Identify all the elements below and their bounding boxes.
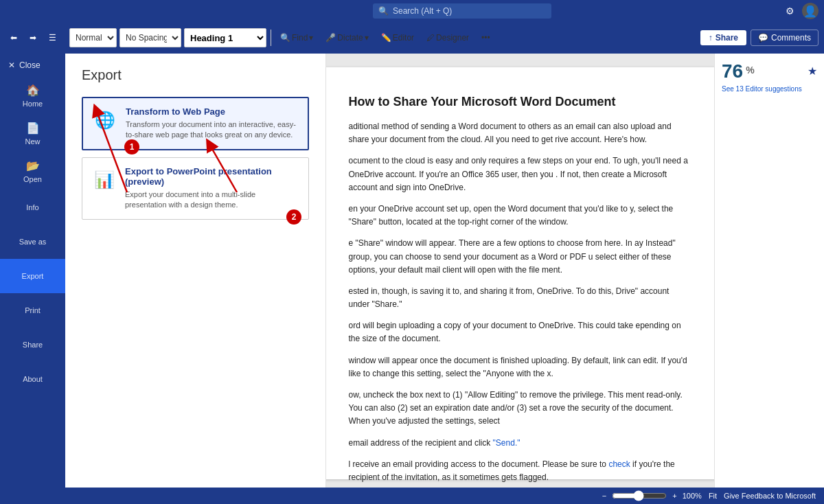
export-title: Export [82, 67, 309, 83]
doc-para-9: l receive an email providing access to t… [349, 458, 692, 484]
sidebar-item-share[interactable]: Share [0, 328, 65, 362]
find-button[interactable]: 🔍 Find ▾ [275, 28, 318, 47]
badge-1: 1 [124, 139, 139, 154]
export-option-powerpoint[interactable]: 📊 Export to PowerPoint presentation (pre… [82, 157, 309, 220]
sidebar-item-home[interactable]: 🏠 Home [0, 77, 65, 115]
sidebar-item-print[interactable]: Print [0, 293, 65, 328]
editor-star-icon: ★ [808, 65, 817, 78]
title-bar: 🔍 Search (Alt + Q) ⚙ 👤 [0, 0, 824, 22]
search-bar[interactable]: 🔍 Search (Alt + Q) [373, 3, 551, 19]
bottom-bar: − + 100% Fit Give Feedback to Microsoft [0, 488, 824, 504]
doc-para-8: email address of the recipient and click… [349, 437, 692, 450]
close-button[interactable]: ✕ Close [0, 54, 65, 77]
ribbon: ⬅ ➡ ☰ Normal No Spacing Heading 1 🔍 Find… [0, 22, 824, 54]
powerpoint-title: Export to PowerPoint presentation (previ… [125, 166, 299, 187]
doc-para-6: window will appear once the document is … [349, 354, 692, 380]
sidebar-item-open[interactable]: 📂 Open [0, 152, 65, 190]
sidebar-item-save-as[interactable]: Save as [0, 225, 65, 259]
new-icon: 📄 [26, 122, 40, 135]
outdent-button[interactable]: ⬅ [5, 28, 22, 47]
share-button[interactable]: ↑ Share [700, 30, 746, 45]
doc-para-1: ocument to the cloud is easy and only re… [349, 154, 692, 194]
sidebar-item-new[interactable]: 📄 New [0, 115, 65, 152]
open-icon: 📂 [26, 159, 40, 172]
editor-score: 76% [722, 60, 755, 82]
indent-button[interactable]: ➡ [25, 28, 41, 47]
more-button[interactable]: ••• [477, 28, 495, 47]
designer-button[interactable]: 🖊 Designer [422, 28, 474, 47]
doc-para-0: aditional method of sending a Word docum… [349, 120, 692, 146]
document-viewer: How to Share Your Microsoft Word Documen… [326, 54, 714, 488]
fit-label[interactable]: Fit [709, 492, 717, 500]
profile-icon[interactable]: 👤 [802, 3, 819, 19]
sidebar-item-about[interactable]: About [0, 362, 65, 396]
editor-panel: 76% ★ See 13 Editor suggestions [714, 54, 824, 488]
zoom-plus-icon[interactable]: + [670, 492, 679, 500]
heading-select[interactable]: Heading 1 [184, 28, 266, 47]
web-page-title: Transform to Web Page [126, 106, 298, 117]
web-page-icon: 🌐 [93, 108, 117, 133]
zoom-value: 100% [683, 492, 702, 500]
comments-button[interactable]: 💬 Comments [751, 30, 819, 46]
document-page: How to Share Your Microsoft Word Documen… [326, 67, 714, 479]
export-panel: Export 🌐 Transform to Web Page Transform… [65, 54, 326, 488]
editor-suggestions-link[interactable]: See 13 Editor suggestions [722, 85, 817, 93]
doc-para-2: en your OneDrive account set up, open th… [349, 203, 692, 229]
powerpoint-icon: 📊 [92, 168, 117, 192]
sidebar: ✕ Close 🏠 Home 📄 New 📂 Open Info Save as [0, 54, 65, 488]
home-icon: 🏠 [26, 84, 40, 97]
zoom-control[interactable]: − + 100% [599, 490, 702, 501]
dictate-button[interactable]: 🎤 Dictate ▾ [321, 28, 373, 47]
powerpoint-description: Export your document into a multi-slide … [125, 190, 299, 211]
settings-icon[interactable]: ⚙ [781, 3, 798, 19]
search-placeholder: Search (Alt + Q) [393, 6, 452, 16]
list-button[interactable]: ☰ [44, 28, 61, 47]
spacing-select[interactable]: No Spacing [119, 28, 181, 47]
editor-button[interactable]: ✏️ Editor [376, 28, 419, 47]
doc-para-5: ord will begin uploading a copy of your … [349, 319, 692, 345]
sidebar-item-export[interactable]: Export [0, 259, 65, 293]
style-select[interactable]: Normal [69, 28, 117, 47]
doc-para-3: e "Share" window will appear. There are … [349, 237, 692, 277]
feedback-label[interactable]: Give Feedback to Microsoft [724, 492, 816, 500]
zoom-minus-icon[interactable]: − [599, 492, 609, 500]
doc-para-4: ested in, though, is saving it to, and s… [349, 285, 692, 311]
export-option-web-page[interactable]: 🌐 Transform to Web Page Transform your d… [82, 97, 309, 150]
close-icon: ✕ [8, 60, 15, 70]
sidebar-item-info[interactable]: Info [0, 190, 65, 225]
zoom-slider[interactable] [612, 490, 667, 501]
badge-2: 2 [286, 209, 301, 225]
separator [271, 30, 271, 46]
doc-para-7: ow, uncheck the box next to (1) "Allow E… [349, 389, 692, 428]
document-title: How to Share Your Microsoft Word Documen… [349, 95, 692, 109]
web-page-description: Transform your document into an interact… [126, 119, 298, 141]
